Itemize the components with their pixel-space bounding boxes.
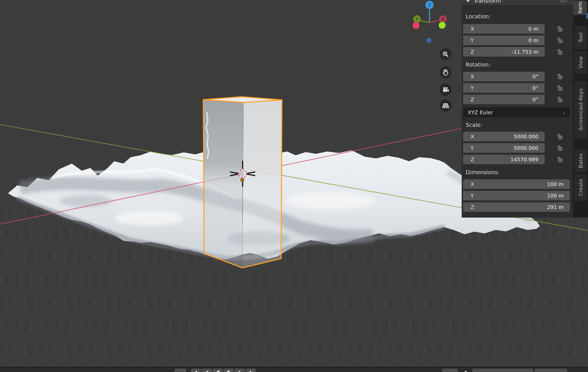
- zoom-icon: [442, 51, 449, 58]
- rotation-x-lock-icon[interactable]: [556, 73, 563, 80]
- sidebar-tab-strip: Item Tool View Screencast Keys Batex Cre…: [573, 0, 588, 218]
- camera-view-button[interactable]: [440, 84, 452, 96]
- scale-y-lock-icon[interactable]: [556, 144, 563, 151]
- frame-end-field[interactable]: [535, 369, 567, 372]
- prev-keyframe-icon: ◂: [206, 369, 208, 372]
- zoom-button[interactable]: [440, 48, 452, 60]
- tab-batex[interactable]: Batex: [574, 149, 587, 172]
- play-reverse-button[interactable]: ◀: [213, 369, 223, 372]
- location-y-lock-icon[interactable]: [556, 37, 563, 44]
- play-button[interactable]: ▶: [224, 369, 234, 372]
- blender-window: { "transform_panel": { "title": "Transfo…: [0, 0, 588, 372]
- dimensions-z-field[interactable]: Z 291 m: [463, 202, 570, 212]
- next-keyframe-button[interactable]: ▸: [235, 369, 245, 372]
- tab-create[interactable]: Create: [574, 174, 587, 201]
- rotation-x-field[interactable]: X 0°: [463, 72, 545, 81]
- jump-start-icon: ◂: [195, 369, 197, 372]
- active-tab-indicator: [586, 13, 588, 18]
- panel-header[interactable]: Transform: [462, 0, 574, 6]
- collapse-triangle-icon[interactable]: [466, 0, 470, 2]
- tab-item[interactable]: Item: [573, 1, 587, 15]
- scale-x-field[interactable]: X 5000.000: [463, 132, 545, 141]
- dimensions-y-field[interactable]: Y 100 m: [463, 191, 570, 200]
- drag-dots-icon[interactable]: [560, 0, 567, 2]
- navigation-gizmo[interactable]: Z Y X: [408, 0, 459, 46]
- svg-text:Y: Y: [415, 17, 418, 22]
- jump-to-end-button[interactable]: ▸: [245, 369, 256, 372]
- frame-range-icon: ▸: [462, 369, 470, 372]
- transform-panel: Transform Location: X 0 m Y 0 m Z -11.75…: [462, 0, 574, 218]
- perspective-grid-icon: [442, 102, 450, 109]
- svg-text:Z: Z: [428, 2, 431, 8]
- scale-z-lock-icon[interactable]: [556, 156, 563, 163]
- pan-button[interactable]: [440, 66, 452, 78]
- tab-tool[interactable]: Tool: [574, 26, 587, 49]
- panel-title: Transform: [474, 0, 501, 5]
- rotation-y-field[interactable]: Y 0°: [463, 83, 545, 93]
- rotation-z-field[interactable]: Z 0°: [463, 95, 545, 104]
- scale-label: Scale:: [466, 122, 482, 128]
- chevron-down-icon: ⌄: [562, 110, 566, 115]
- auto-keying-button[interactable]: [175, 369, 186, 372]
- scale-x-lock-icon[interactable]: [556, 133, 563, 140]
- gizmo-z-neg-axis: [426, 38, 432, 43]
- location-x-lock-icon[interactable]: [556, 25, 563, 32]
- next-keyframe-icon: ▸: [239, 369, 241, 372]
- dimensions-x-field[interactable]: X 100 m: [463, 179, 570, 189]
- location-label: Location:: [466, 13, 491, 20]
- jump-end-icon: ▸: [250, 369, 252, 372]
- timeline-bar: ◂ ◂ ◀ ▶ ▸ ▸ ▸: [0, 367, 588, 372]
- location-y-field[interactable]: Y 0 m: [463, 36, 545, 45]
- prev-keyframe-button[interactable]: ◂: [202, 369, 212, 372]
- tab-screencast-keys[interactable]: Screencast Keys: [574, 81, 587, 138]
- scale-y-field[interactable]: Y 5000.000: [463, 143, 545, 153]
- rotation-label: Rotation:: [466, 61, 490, 68]
- camera-icon: [442, 86, 450, 94]
- rotation-z-lock-icon[interactable]: [556, 96, 563, 103]
- rotation-y-lock-icon[interactable]: [556, 84, 563, 91]
- frame-current-field[interactable]: [442, 369, 458, 372]
- gizmo-y-neg-axis: [439, 22, 446, 29]
- location-z-lock-icon[interactable]: [556, 48, 563, 55]
- play-icon: ▶: [227, 369, 230, 372]
- svg-text:X: X: [442, 17, 444, 22]
- pan-hand-icon: [442, 69, 449, 76]
- projection-toggle-button[interactable]: [440, 100, 452, 112]
- tab-view[interactable]: View: [574, 51, 587, 74]
- gizmo-x-neg-axis: [413, 22, 419, 29]
- dimensions-label: Dimensions:: [466, 169, 499, 175]
- play-reverse-icon: ◀: [216, 369, 219, 372]
- rotation-mode-dropdown[interactable]: XYZ Euler ⌄: [463, 107, 570, 117]
- scale-z-field[interactable]: Z 14570.989: [463, 155, 545, 164]
- location-z-field[interactable]: Z -11.753 m: [463, 47, 545, 57]
- frame-start-field[interactable]: [472, 369, 533, 372]
- location-x-field[interactable]: X 0 m: [463, 24, 545, 34]
- jump-to-start-button[interactable]: ◂: [191, 369, 201, 372]
